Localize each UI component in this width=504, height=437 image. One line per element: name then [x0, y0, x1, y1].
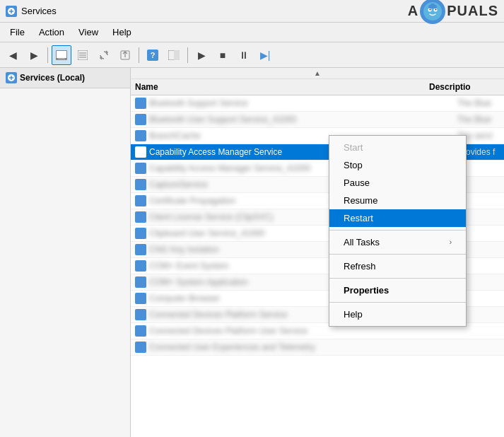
- toolbar-list-btn[interactable]: [73, 45, 93, 65]
- toolbar-export-btn[interactable]: [115, 45, 135, 65]
- list-header: Name Descriptio: [131, 79, 504, 95]
- service-icon: [135, 276, 146, 288]
- service-name: Connected Devices Platform User Service: [149, 326, 500, 336]
- title-bar-icon: [6, 6, 17, 17]
- svg-point-5: [435, 8, 437, 10]
- title-bar-title: Services: [21, 6, 57, 16]
- ctx-stop[interactable]: Stop: [329, 156, 466, 174]
- ctx-arrow-icon: ›: [450, 238, 452, 246]
- service-desc: The Blue: [457, 98, 500, 108]
- svg-text:?: ?: [151, 51, 156, 59]
- ctx-sep4: [329, 302, 466, 303]
- menu-action[interactable]: Action: [32, 24, 71, 40]
- left-panel-title: Services (Local): [20, 73, 85, 83]
- left-panel-header: Services (Local): [0, 68, 130, 88]
- service-icon: [135, 342, 146, 353]
- menu-file[interactable]: File: [3, 24, 32, 40]
- service-name: Bluetooth User Support Service_41000: [149, 115, 457, 124]
- svg-point-4: [430, 8, 431, 10]
- svg-rect-19: [174, 50, 180, 60]
- menu-bar: File Action View Help: [0, 23, 504, 42]
- toolbar-sep2: [139, 47, 139, 63]
- services-local-icon: [6, 72, 17, 83]
- col-header-desc: Descriptio: [429, 82, 500, 92]
- service-icon: [135, 293, 146, 304]
- service-icon: [135, 114, 146, 125]
- toolbar-sep3: [187, 47, 188, 63]
- title-bar: Services A PUALS: [0, 0, 504, 23]
- toolbar-stop-btn[interactable]: ■: [213, 45, 233, 65]
- list-item[interactable]: Connected User Experiences and Telemetry: [131, 339, 504, 356]
- toolbar-help-btn[interactable]: ?: [143, 45, 163, 65]
- service-icon: [135, 163, 146, 174]
- ctx-sep1: [329, 230, 466, 231]
- svg-rect-10: [58, 58, 65, 59]
- toolbar-forward-btn[interactable]: ▶: [24, 45, 44, 65]
- toolbar-sep1: [47, 47, 48, 63]
- service-icon: [135, 244, 146, 255]
- svg-rect-7: [430, 4, 435, 6]
- ctx-refresh[interactable]: Refresh: [329, 257, 466, 275]
- ctx-sep2: [329, 254, 466, 255]
- main-area: Services (Local) ▲ Name Descriptio Bluet…: [0, 68, 504, 437]
- ctx-help[interactable]: Help: [329, 305, 466, 323]
- toolbar-back-btn[interactable]: ◀: [3, 45, 23, 65]
- ctx-pause[interactable]: Pause: [329, 174, 466, 192]
- service-name: Connected User Experiences and Telemetry: [149, 342, 500, 352]
- logo-text-puals: PUALS: [447, 3, 498, 19]
- toolbar: ◀ ▶ ? ▶ ■ ⏸ ▶|: [0, 42, 504, 68]
- service-icon: [135, 98, 146, 109]
- menu-view[interactable]: View: [71, 24, 105, 40]
- ctx-start[interactable]: Start: [329, 139, 466, 156]
- toolbar-pause-btn[interactable]: ⏸: [234, 45, 254, 65]
- logo-text-a1: A: [408, 3, 418, 19]
- list-item[interactable]: Bluetooth User Support Service_41000 The…: [131, 112, 504, 128]
- logo-mascot-icon: [420, 0, 445, 24]
- service-icon: [135, 130, 146, 141]
- ctx-all-tasks[interactable]: All Tasks ›: [329, 233, 466, 251]
- service-icon: [135, 260, 146, 272]
- right-panel: ▲ Name Descriptio Bluetooth Support Serv…: [131, 68, 504, 437]
- toolbar-window-btn[interactable]: [164, 45, 184, 65]
- ctx-restart[interactable]: Restart: [329, 209, 466, 227]
- context-menu: Start Stop Pause Resume Restart All Task…: [329, 135, 467, 327]
- service-name: Bluetooth Support Service: [149, 98, 457, 108]
- service-icon: [135, 211, 146, 223]
- col-header-name: Name: [135, 82, 429, 92]
- ctx-resume[interactable]: Resume: [329, 192, 466, 209]
- ctx-properties[interactable]: Properties: [329, 281, 466, 299]
- toolbar-play-btn[interactable]: ▶: [192, 45, 211, 65]
- list-item[interactable]: Bluetooth Support Service The Blue: [131, 95, 504, 112]
- service-icon: [135, 146, 146, 158]
- left-panel: Services (Local): [0, 68, 131, 437]
- service-icon: [135, 309, 146, 320]
- toolbar-console-btn[interactable]: [52, 45, 71, 65]
- service-desc: The Blue: [457, 115, 500, 124]
- menu-help[interactable]: Help: [105, 24, 139, 40]
- service-icon: [135, 325, 146, 337]
- svg-rect-9: [57, 51, 66, 58]
- ctx-sep3: [329, 278, 466, 279]
- service-icon: [135, 195, 146, 206]
- sort-arrow: ▲: [131, 68, 504, 79]
- toolbar-refresh-btn[interactable]: [94, 45, 114, 65]
- service-icon: [135, 179, 146, 190]
- service-icon: [135, 228, 146, 239]
- toolbar-step-btn[interactable]: ▶|: [255, 45, 275, 65]
- appuals-logo: A PUALS: [408, 0, 498, 24]
